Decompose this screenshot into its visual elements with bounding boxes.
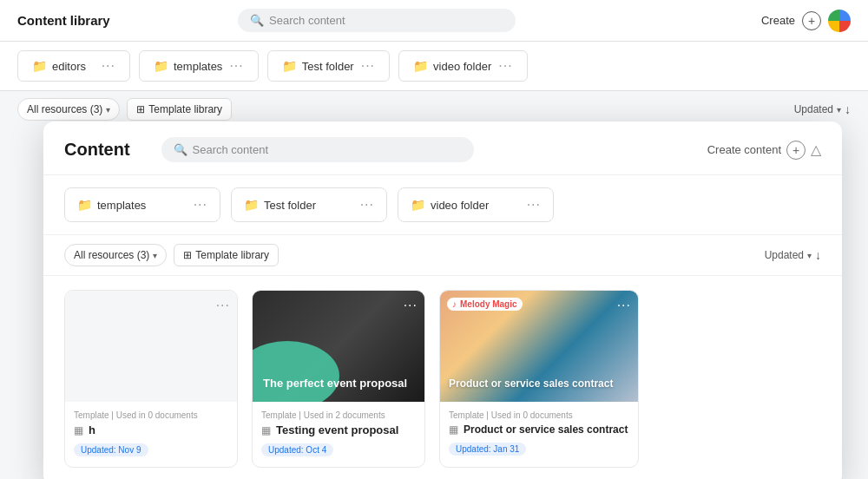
card-meta: Template | Used in 2 documents <box>261 410 416 420</box>
bg-folder-editors[interactable]: 📁 editors ··· <box>17 50 130 82</box>
all-resources-chip[interactable]: All resources (3) ▾ <box>17 98 120 121</box>
create-plus-icon: + <box>786 141 806 160</box>
doc-icon: ▦ <box>74 424 83 436</box>
all-resources-label: All resources (3) <box>27 103 102 115</box>
card-dots-menu[interactable]: ··· <box>617 298 631 313</box>
folder-dots-menu[interactable]: ··· <box>360 197 374 213</box>
sort-arrow-icon: ↓ <box>815 248 821 262</box>
template-library-label: Template library <box>148 103 222 115</box>
card-name-row: ▦ Testing event proposal <box>261 423 416 436</box>
bg-search-placeholder: Search content <box>269 14 345 27</box>
modal-all-resources-label: All resources (3) <box>74 249 149 261</box>
modal-toolbar: All resources (3) ▾ ⊞ Template library U… <box>43 235 842 276</box>
upload-icon: △ <box>811 141 821 158</box>
bg-search-bar[interactable]: 🔍 Search content <box>238 9 516 32</box>
folder-dots-menu[interactable]: ··· <box>527 197 541 213</box>
folder-icon: 📁 <box>77 198 92 212</box>
modal-header: Content 🔍 Search content Create content … <box>43 121 842 175</box>
card-updated-badge: Updated: Jan 31 <box>449 443 526 456</box>
card-name: h <box>89 423 95 436</box>
modal-window: Content 🔍 Search content Create content … <box>43 121 842 479</box>
bg-folder-templates[interactable]: 📁 templates ··· <box>139 50 259 82</box>
bg-folder-testfolder[interactable]: 📁 Test folder ··· <box>267 50 390 82</box>
card-thumb-sales: ··· ♪ Melody Magic Product or service sa… <box>440 291 638 402</box>
folder-dots-menu[interactable]: ··· <box>498 58 512 74</box>
modal-create-btn[interactable]: Create content + △ <box>707 141 821 160</box>
card-body-sales: Template | Used in 0 documents ▦ Product… <box>440 402 638 466</box>
updated-label: Updated <box>794 103 833 115</box>
bg-create-label: Create <box>761 14 795 27</box>
card-sales[interactable]: ··· ♪ Melody Magic Product or service sa… <box>439 290 639 468</box>
create-plus-icon[interactable]: + <box>802 11 821 30</box>
folder-icon: 📁 <box>32 59 47 73</box>
doc-icon: ▦ <box>261 424 271 436</box>
folder-dots-menu[interactable]: ··· <box>194 197 207 213</box>
folder-icon: 📁 <box>411 198 425 212</box>
search-icon: 🔍 <box>174 143 187 156</box>
folder-icon: 📁 <box>282 59 297 73</box>
modal-all-resources-chip[interactable]: All resources (3) ▾ <box>64 244 167 266</box>
folder-dots-menu[interactable]: ··· <box>229 58 243 74</box>
chevron-down-icon: ▾ <box>106 105 110 115</box>
event-thumb-text: The perfect event proposal <box>263 377 414 391</box>
modal-folder-testfolder[interactable]: 📁 Test folder ··· <box>231 187 387 222</box>
card-thumb-blank: ··· <box>65 291 237 402</box>
modal-create-label: Create content <box>707 143 781 156</box>
doc-icon: ▦ <box>449 423 458 436</box>
modal-folder-templates[interactable]: 📁 templates ··· <box>64 187 220 222</box>
card-meta: Template | Used in 0 documents <box>449 410 629 420</box>
modal-search-placeholder: Search content <box>193 143 268 156</box>
card-event[interactable]: ··· The perfect event proposal Template … <box>252 290 425 468</box>
modal-updated-sort[interactable]: Updated ▾ ↓ <box>765 248 821 262</box>
sort-arrow-icon: ↓ <box>845 102 851 116</box>
modal-template-library-label: Template library <box>195 249 269 261</box>
card-body-event: Template | Used in 2 documents ▦ Testing… <box>253 402 424 467</box>
bg-folder-name-test: Test folder <box>302 60 354 73</box>
sales-badge-text: Melody Magic <box>460 299 517 309</box>
updated-sort[interactable]: Updated ▾ ↓ <box>794 102 851 116</box>
bg-folder-name-templates: templates <box>174 60 222 73</box>
bg-folder-name-video: video folder <box>433 60 491 73</box>
bg-folder-name-editors: editors <box>52 60 86 73</box>
modal-folder-name-templates: templates <box>97 199 146 212</box>
folder-dots-menu[interactable]: ··· <box>361 58 375 74</box>
card-blank[interactable]: ··· Template | Used in 0 documents ▦ h U… <box>64 290 238 468</box>
modal-template-library-chip[interactable]: ⊞ Template library <box>174 244 279 266</box>
card-dots-menu[interactable]: ··· <box>216 298 230 313</box>
card-name: Product or service sales contract <box>464 423 628 436</box>
modal-folders-bar: 📁 templates ··· 📁 Test folder ··· 📁 vide… <box>43 175 842 235</box>
modal-folder-name-test: Test folder <box>264 199 316 212</box>
modal-updated-label: Updated <box>765 249 804 261</box>
modal-folder-name-video: video folder <box>431 199 489 212</box>
template-library-chip[interactable]: ⊞ Template library <box>127 98 232 121</box>
sales-thumb-text: Product or service sales contract <box>449 377 613 391</box>
cards-area: ··· Template | Used in 0 documents ▦ h U… <box>43 276 842 479</box>
grid-icon: ⊞ <box>183 249 192 261</box>
card-name: Testing event proposal <box>276 423 398 436</box>
grid-icon: ⊞ <box>136 103 145 115</box>
card-meta: Template | Used in 0 documents <box>74 410 228 420</box>
modal-folder-videofolder[interactable]: 📁 video folder ··· <box>398 187 554 222</box>
bg-header: Content library 🔍 Search content Create … <box>0 0 868 42</box>
modal-search-bar[interactable]: 🔍 Search content <box>161 137 474 162</box>
folder-icon: 📁 <box>244 198 259 212</box>
card-updated-badge: Updated: Oct 4 <box>261 443 333 456</box>
bg-app-title: Content library <box>17 13 110 28</box>
card-name-row: ▦ Product or service sales contract <box>449 423 629 436</box>
search-icon: 🔍 <box>250 14 264 27</box>
google-avatar-icon[interactable] <box>828 10 851 32</box>
sales-badge: ♪ Melody Magic <box>447 298 523 311</box>
chevron-down-icon: ▾ <box>153 251 157 260</box>
folder-icon: 📁 <box>413 59 428 73</box>
folder-icon: 📁 <box>154 59 168 73</box>
card-body-blank: Template | Used in 0 documents ▦ h Updat… <box>65 402 237 467</box>
chevron-down-icon: ▾ <box>807 251 812 260</box>
modal-title: Content <box>64 140 130 160</box>
bg-folders-bar: 📁 editors ··· 📁 templates ··· 📁 Test fol… <box>0 42 868 91</box>
chevron-down-icon: ▾ <box>837 105 841 115</box>
card-name-row: ▦ h <box>74 423 228 436</box>
card-dots-menu[interactable]: ··· <box>404 298 418 313</box>
folder-dots-menu[interactable]: ··· <box>102 58 115 74</box>
card-thumb-event: ··· The perfect event proposal <box>253 291 424 402</box>
bg-folder-videofolder[interactable]: 📁 video folder ··· <box>398 50 528 82</box>
